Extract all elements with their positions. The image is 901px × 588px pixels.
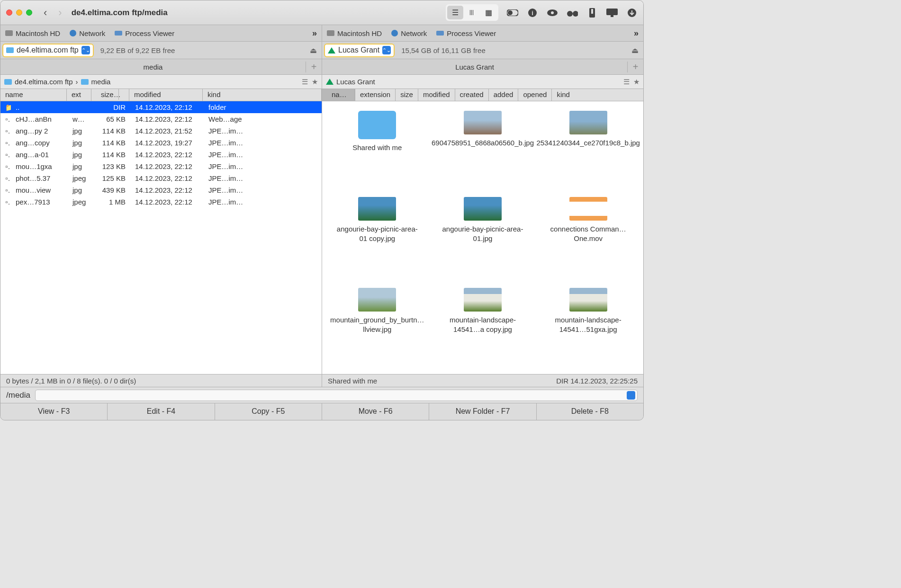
fkey-button[interactable]: View - F3 [0, 403, 108, 420]
file-name: ang…copy [11, 139, 68, 147]
view-columns-icon[interactable]: ⫼ [463, 6, 480, 19]
fkey-button[interactable]: Copy - F5 [215, 403, 322, 420]
left-file-list[interactable]: 📁 .. DIR 14.12.2023, 22:12 folder▫ cHJ…a… [0, 101, 322, 374]
eject-icon[interactable]: ⏏ [627, 46, 643, 55]
svg-point-7 [573, 11, 578, 17]
file-kind: JPE…image [204, 198, 251, 206]
col-opened[interactable]: opened [518, 89, 552, 101]
left-status: 0 bytes / 2,1 MB in 0 / 8 file(s). 0 / 0… [6, 377, 136, 385]
view-grid-icon[interactable]: ▦ [480, 6, 497, 19]
thumbnail [464, 288, 502, 312]
file-row[interactable]: ▫ ang…copy jpg 114 KB 14.12.2023, 19:27 … [0, 137, 322, 149]
fkey-button[interactable]: Edit - F4 [108, 403, 215, 420]
breadcrumb-item[interactable]: media [91, 78, 111, 86]
col-ext[interactable]: ext [67, 89, 91, 101]
command-input[interactable] [35, 390, 638, 401]
eject-icon[interactable]: ⏏ [305, 46, 322, 55]
file-row[interactable]: ▫ mou…view jpg 439 KB 14.12.2023, 22:12 … [0, 184, 322, 196]
col-name[interactable]: name [0, 89, 67, 101]
overflow-icon[interactable]: » [312, 28, 317, 38]
favorite-process-viewer[interactable]: Process Viewer [436, 29, 496, 37]
col-size[interactable]: size ˄ [91, 89, 129, 101]
col-size[interactable]: size [396, 89, 418, 101]
grid-item[interactable]: angourie-bay-picnic-area-01.jpg [440, 197, 525, 274]
col-name[interactable]: name ▲ [322, 89, 355, 101]
favorite-process-viewer[interactable]: Process Viewer [115, 29, 174, 37]
breadcrumb-item[interactable]: Lucas Grant [336, 78, 375, 86]
file-row[interactable]: ▫ mou…1gxa jpg 123 KB 14.12.2023, 22:12 … [0, 160, 322, 172]
file-row[interactable]: ▫ phot…5.37 jpeg 125 KB 14.12.2023, 22:1… [0, 172, 322, 184]
grid-item[interactable]: mountain-landscape-14541…a copy.jpg [440, 288, 525, 365]
grid-item[interactable]: Shared with me [334, 111, 420, 183]
drive-icon [5, 30, 13, 36]
right-icon-grid[interactable]: Shared with me 6904758951_6868a06560_b.j… [322, 101, 643, 374]
fkey-button[interactable]: New Folder - F7 [429, 403, 536, 420]
grid-item[interactable]: mountain_ground_by_burtn…llview.jpg [334, 288, 420, 365]
binoculars-icon[interactable] [567, 7, 578, 18]
overflow-icon[interactable]: » [634, 28, 639, 38]
file-ext: jpg [68, 139, 92, 147]
file-size: 114 KB [92, 139, 130, 147]
file-size: 123 KB [92, 162, 130, 170]
grid-item[interactable]: connections Comman…One.mov [546, 197, 631, 274]
right-tab[interactable]: Lucas Grant [322, 63, 627, 71]
grid-item[interactable]: 25341240344_ce270f19c8_b.jpg [546, 111, 631, 183]
toggle-icon[interactable] [507, 7, 518, 18]
favorite-network[interactable]: Network [70, 29, 105, 37]
minimize-button[interactable] [16, 9, 22, 16]
nav-forward-icon[interactable]: › [58, 7, 62, 19]
svg-text:i: i [532, 9, 533, 17]
list-icon[interactable]: ☰ [623, 78, 630, 86]
col-kind[interactable]: kind [552, 89, 575, 101]
preview-icon[interactable] [547, 7, 558, 18]
add-tab-button[interactable]: + [306, 62, 322, 72]
svg-point-1 [508, 10, 513, 15]
col-created[interactable]: created [455, 89, 489, 101]
col-modified[interactable]: modified [129, 89, 203, 101]
col-kind[interactable]: kind [203, 89, 322, 101]
thumbnail [569, 288, 607, 312]
item-label: angourie-bay-picnic-area-01.jpg [440, 224, 525, 243]
current-path: /media [6, 391, 30, 400]
star-icon[interactable]: ★ [312, 78, 318, 86]
file-row[interactable]: ▫ ang…a-01 jpg 114 KB 14.12.2023, 22:12 … [0, 149, 322, 160]
info-icon[interactable]: i [527, 7, 538, 18]
dropdown-icon: ⌃⌄ [81, 46, 90, 54]
nav-back-icon[interactable]: ‹ [44, 7, 47, 19]
col-added[interactable]: added [489, 89, 519, 101]
star-icon[interactable]: ★ [633, 78, 640, 86]
list-icon[interactable]: ☰ [302, 78, 308, 86]
file-icon: ▫ [0, 139, 11, 147]
file-row[interactable]: ▫ pex…7913 jpeg 1 MB 14.12.2023, 22:12 J… [0, 196, 322, 208]
right-location-selector[interactable]: Lucas Grant ⌃⌄ [324, 44, 395, 57]
close-button[interactable] [6, 9, 12, 16]
col-modified[interactable]: modified [418, 89, 455, 101]
file-row[interactable]: ▫ cHJ…anBn we… 65 KB 14.12.2023, 22:12 W… [0, 113, 322, 125]
file-row[interactable]: ▫ ang…py 2 jpg 114 KB 14.12.2023, 21:52 … [0, 125, 322, 137]
fkey-button[interactable]: Delete - F8 [537, 403, 643, 420]
maximize-button[interactable] [26, 9, 32, 16]
favorite-macintosh-hd[interactable]: Macintosh HD [327, 29, 382, 37]
fkey-button[interactable]: Move - F6 [322, 403, 429, 420]
breadcrumb-item[interactable]: de4.eltima.com ftp [15, 78, 73, 86]
view-mode-group: ☰ ⫼ ▦ [446, 4, 498, 21]
file-modified: 14.12.2023, 22:12 [130, 186, 204, 194]
download-icon[interactable] [626, 7, 638, 18]
col-extension[interactable]: extension [355, 89, 396, 101]
archive-icon[interactable] [586, 7, 598, 18]
grid-item[interactable]: angourie-bay-picnic-area-01 copy.jpg [334, 197, 420, 274]
favorite-network[interactable]: Network [391, 29, 427, 37]
favorite-macintosh-hd[interactable]: Macintosh HD [5, 29, 60, 37]
add-tab-button[interactable]: + [627, 62, 643, 72]
left-tab[interactable]: media [0, 63, 306, 71]
view-list-icon[interactable]: ☰ [447, 6, 463, 19]
file-row[interactable]: 📁 .. DIR 14.12.2023, 22:12 folder [0, 101, 322, 113]
item-label: connections Comman…One.mov [546, 224, 631, 243]
file-ext: jpg [68, 186, 92, 194]
server-icon[interactable] [606, 7, 618, 18]
grid-item[interactable]: 6904758951_6868a06560_b.jpg [440, 111, 525, 183]
left-location-selector[interactable]: de4.eltima.com ftp ⌃⌄ [2, 44, 94, 57]
grid-item[interactable]: mountain-landscape-14541…51gxa.jpg [546, 288, 631, 365]
function-key-bar: View - F3Edit - F4Copy - F5Move - F6New … [0, 403, 643, 420]
globe-icon [391, 30, 398, 36]
